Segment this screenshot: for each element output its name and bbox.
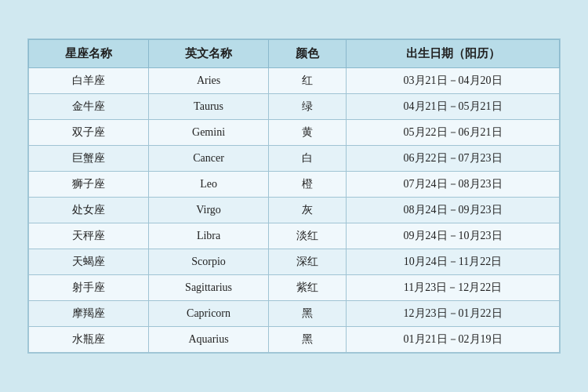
cell-dates: 05月22日－06月21日 <box>347 120 560 146</box>
cell-chinese-name: 双子座 <box>29 120 149 146</box>
header-color: 颜色 <box>269 40 347 68</box>
cell-dates: 09月24日－10月23日 <box>347 223 560 249</box>
cell-dates: 01月21日－02月19日 <box>347 327 560 353</box>
cell-dates: 11月23日－12月22日 <box>347 275 560 301</box>
cell-chinese-name: 摩羯座 <box>29 301 149 327</box>
cell-dates: 06月22日－07月23日 <box>347 146 560 172</box>
cell-english-name: Gemini <box>149 120 269 146</box>
cell-chinese-name: 天秤座 <box>29 223 149 249</box>
cell-color: 深红 <box>269 249 347 275</box>
table-header-row: 星座名称 英文名称 颜色 出生日期（阳历） <box>29 40 560 68</box>
header-english-name: 英文名称 <box>149 40 269 68</box>
cell-english-name: Leo <box>149 172 269 198</box>
header-chinese-name: 星座名称 <box>29 40 149 68</box>
cell-chinese-name: 金牛座 <box>29 94 149 120</box>
cell-color: 紫红 <box>269 275 347 301</box>
cell-chinese-name: 射手座 <box>29 275 149 301</box>
table-row: 处女座Virgo灰08月24日－09月23日 <box>29 198 560 223</box>
zodiac-table: 星座名称 英文名称 颜色 出生日期（阳历） 白羊座Aries红03月21日－04… <box>28 39 560 353</box>
cell-english-name: Libra <box>149 223 269 249</box>
table-row: 射手座Sagittarius紫红11月23日－12月22日 <box>29 275 560 301</box>
table-row: 白羊座Aries红03月21日－04月20日 <box>29 68 560 94</box>
cell-color: 绿 <box>269 94 347 120</box>
cell-dates: 03月21日－04月20日 <box>347 68 560 94</box>
cell-english-name: Capricorn <box>149 301 269 327</box>
table-row: 狮子座Leo橙07月24日－08月23日 <box>29 172 560 198</box>
cell-english-name: Sagittarius <box>149 275 269 301</box>
cell-dates: 04月21日－05月21日 <box>347 94 560 120</box>
cell-color: 灰 <box>269 198 347 223</box>
cell-color: 黑 <box>269 301 347 327</box>
cell-color: 红 <box>269 68 347 94</box>
cell-chinese-name: 巨蟹座 <box>29 146 149 172</box>
table-body: 白羊座Aries红03月21日－04月20日金牛座Taurus绿04月21日－0… <box>29 68 560 353</box>
table-row: 天蝎座Scorpio深红10月24日－11月22日 <box>29 249 560 275</box>
cell-dates: 10月24日－11月22日 <box>347 249 560 275</box>
cell-english-name: Aquarius <box>149 327 269 353</box>
cell-color: 淡红 <box>269 223 347 249</box>
cell-english-name: Scorpio <box>149 249 269 275</box>
cell-dates: 12月23日－01月22日 <box>347 301 560 327</box>
cell-english-name: Aries <box>149 68 269 94</box>
cell-english-name: Cancer <box>149 146 269 172</box>
cell-color: 白 <box>269 146 347 172</box>
cell-english-name: Taurus <box>149 94 269 120</box>
cell-dates: 07月24日－08月23日 <box>347 172 560 198</box>
cell-chinese-name: 天蝎座 <box>29 249 149 275</box>
header-dates: 出生日期（阳历） <box>347 40 560 68</box>
cell-chinese-name: 处女座 <box>29 198 149 223</box>
zodiac-table-container: 星座名称 英文名称 颜色 出生日期（阳历） 白羊座Aries红03月21日－04… <box>27 38 561 354</box>
table-row: 摩羯座Capricorn黑12月23日－01月22日 <box>29 301 560 327</box>
table-row: 天秤座Libra淡红09月24日－10月23日 <box>29 223 560 249</box>
table-row: 双子座Gemini黄05月22日－06月21日 <box>29 120 560 146</box>
table-row: 水瓶座Aquarius黑01月21日－02月19日 <box>29 327 560 353</box>
table-row: 巨蟹座Cancer白06月22日－07月23日 <box>29 146 560 172</box>
cell-color: 黑 <box>269 327 347 353</box>
cell-english-name: Virgo <box>149 198 269 223</box>
cell-dates: 08月24日－09月23日 <box>347 198 560 223</box>
cell-chinese-name: 水瓶座 <box>29 327 149 353</box>
cell-chinese-name: 白羊座 <box>29 68 149 94</box>
table-row: 金牛座Taurus绿04月21日－05月21日 <box>29 94 560 120</box>
cell-chinese-name: 狮子座 <box>29 172 149 198</box>
cell-color: 橙 <box>269 172 347 198</box>
cell-color: 黄 <box>269 120 347 146</box>
